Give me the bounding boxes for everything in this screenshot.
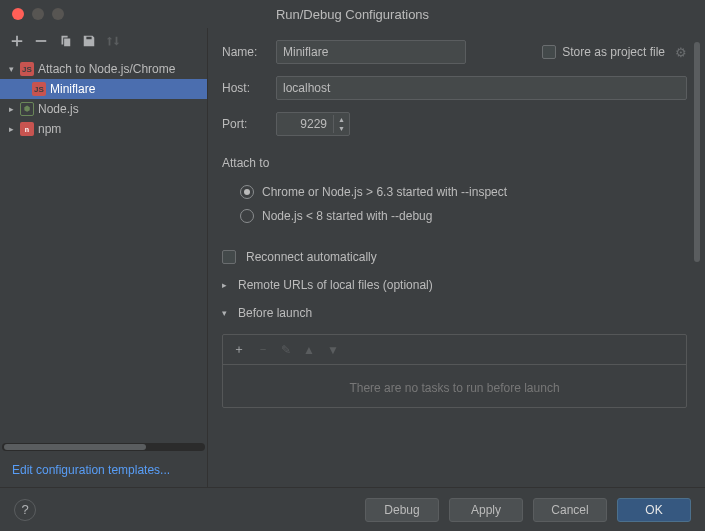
scrollbar-thumb[interactable] [4,444,146,450]
add-task-icon[interactable]: ＋ [233,341,245,358]
store-project-label: Store as project file [562,45,665,59]
store-project-checkbox[interactable] [542,45,556,59]
attach-icon: JS [20,62,34,76]
tree-item-label: Miniflare [50,82,95,96]
chevron-right-icon: ▸ [222,280,232,290]
sidebar-scrollbar[interactable] [2,443,205,451]
titlebar: Run/Debug Configurations [0,0,705,28]
chevron-right-icon: ▸ [6,104,16,114]
before-launch-section[interactable]: ▾ Before launch [222,306,687,320]
ok-button[interactable]: OK [617,498,691,522]
window-title: Run/Debug Configurations [0,7,705,22]
chevron-down-icon: ▾ [6,64,16,74]
save-config-icon[interactable] [82,34,96,51]
tree-group-label: Node.js [38,102,79,116]
attach-option-inspect[interactable]: Chrome or Node.js > 6.3 started with --i… [222,180,687,204]
remove-config-icon[interactable] [34,34,48,51]
name-input[interactable] [276,40,466,64]
port-input[interactable] [277,113,333,135]
npm-icon: n [20,122,34,136]
tree-item-miniflare[interactable]: JS Miniflare [0,79,207,99]
help-icon[interactable]: ? [14,499,36,521]
stepper-up-icon[interactable]: ▲ [334,115,349,124]
sidebar-toolbar [0,28,207,57]
attach-option-debug[interactable]: Node.js < 8 started with --debug [222,204,687,228]
attach-icon: JS [32,82,46,96]
cancel-button[interactable]: Cancel [533,498,607,522]
sidebar: ▾ JS Attach to Node.js/Chrome JS Minifla… [0,28,208,487]
gear-icon[interactable]: ⚙ [675,45,687,60]
chevron-right-icon: ▸ [6,124,16,134]
debug-button[interactable]: Debug [365,498,439,522]
port-stepper[interactable]: ▲ ▼ [333,115,349,133]
attach-to-title: Attach to [222,156,687,170]
remote-urls-section[interactable]: ▸ Remote URLs of local files (optional) [222,278,687,292]
tree-group-attach[interactable]: ▾ JS Attach to Node.js/Chrome [0,59,207,79]
radio-icon[interactable] [240,185,254,199]
move-down-icon: ▼ [327,343,339,357]
copy-config-icon[interactable] [58,34,72,51]
reconnect-label: Reconnect automatically [246,250,377,264]
before-launch-toolbar: ＋ － ✎ ▲ ▼ [223,335,686,365]
edit-task-icon: ✎ [281,343,291,357]
host-input[interactable] [276,76,687,100]
stepper-down-icon[interactable]: ▼ [334,124,349,133]
before-launch-label: Before launch [238,306,312,320]
edit-templates-link[interactable]: Edit configuration templates... [0,453,207,487]
sort-config-icon [106,34,120,51]
host-label: Host: [222,81,266,95]
footer: ? Debug Apply Cancel OK [0,487,705,531]
add-config-icon[interactable] [10,34,24,51]
remote-urls-label: Remote URLs of local files (optional) [238,278,433,292]
tree-group-nodejs[interactable]: ▸ ⬢ Node.js [0,99,207,119]
before-launch-empty: There are no tasks to run before launch [223,365,686,407]
radio-icon[interactable] [240,209,254,223]
apply-button[interactable]: Apply [449,498,523,522]
chevron-down-icon: ▾ [222,308,232,318]
nodejs-icon: ⬢ [20,102,34,116]
main-scrollbar[interactable] [693,42,701,487]
reconnect-checkbox[interactable] [222,250,236,264]
tree-group-npm[interactable]: ▸ n npm [0,119,207,139]
remove-task-icon: － [257,341,269,358]
before-launch-box: ＋ － ✎ ▲ ▼ There are no tasks to run befo… [222,334,687,408]
port-label: Port: [222,117,266,131]
tree-group-label: npm [38,122,61,136]
main-panel: Name: Store as project file ⚙ Host: Port… [208,28,705,487]
scrollbar-thumb[interactable] [694,42,700,262]
radio-label: Chrome or Node.js > 6.3 started with --i… [262,185,507,199]
tree-group-label: Attach to Node.js/Chrome [38,62,175,76]
move-up-icon: ▲ [303,343,315,357]
name-label: Name: [222,45,266,59]
config-tree: ▾ JS Attach to Node.js/Chrome JS Minifla… [0,57,207,443]
radio-label: Node.js < 8 started with --debug [262,209,432,223]
